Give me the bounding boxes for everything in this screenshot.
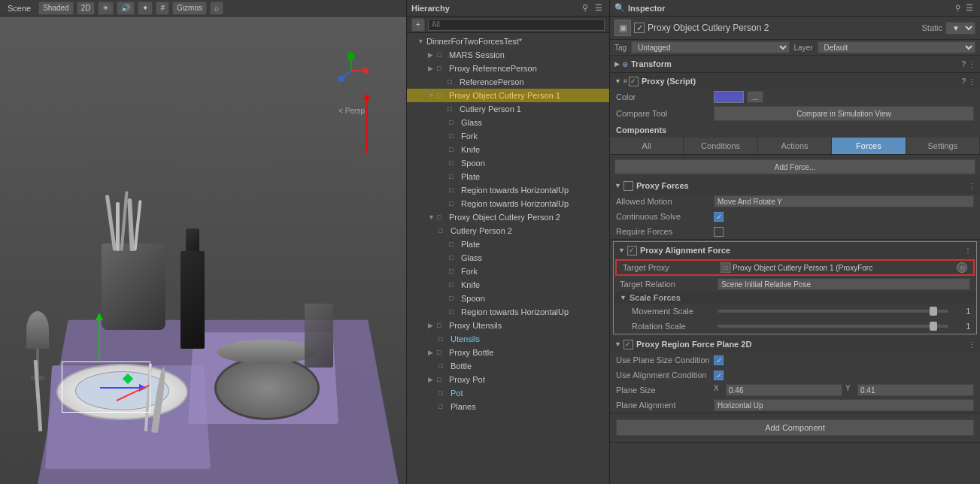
allowed-motion-dropdown[interactable]: Move And Rotate Y (714, 195, 974, 207)
use-plane-size-checkbox[interactable] (714, 355, 724, 365)
hierarchy-content[interactable]: ▼ DinnerForTwoForcesTest* ▶ □ MARS Sessi… (407, 33, 609, 484)
tab-forces[interactable]: Forces (832, 138, 906, 154)
transform-header[interactable]: ▶ ⊕ Transform ? ⋮ (610, 56, 980, 72)
proxy-cutlery-2-item[interactable]: ▼ □ Proxy Object Cutlery Person 2 (407, 210, 609, 224)
proxy-script-icons: ? ⋮ (961, 77, 975, 86)
proxy-script-enable-check[interactable]: ✓ (629, 77, 639, 86)
static-dropdown[interactable]: ▼ (945, 22, 975, 35)
scene-3d-background: Y X Z < Persp (0, 17, 406, 484)
target-relation-dropdown[interactable]: Scene Initial Relative Pose (718, 278, 970, 290)
dark-glass (305, 304, 333, 368)
list-item[interactable]: ▶ □ Proxy ReferencePerson (407, 62, 609, 75)
list-item[interactable]: □ Spoon (407, 292, 609, 305)
tab-settings[interactable]: Settings (906, 138, 980, 154)
color-swatch[interactable] (714, 91, 744, 103)
continuous-solve-value (714, 212, 974, 222)
list-item[interactable]: □ Fork (407, 265, 609, 278)
list-item[interactable]: ▶ □ Proxy Utensils (407, 319, 609, 332)
proxy-script-help-icon[interactable]: ? (961, 77, 966, 86)
list-item[interactable]: ▶ □ MARS Session (407, 48, 609, 62)
tag-dropdown[interactable]: Untagged (631, 41, 789, 53)
persp-label: < Persp (338, 107, 365, 115)
add-force-btn[interactable]: Add Force... (614, 159, 975, 174)
proxy-region-check[interactable]: ✓ (623, 340, 633, 349)
tab-actions[interactable]: Actions (758, 138, 832, 154)
list-item[interactable]: □ Cutlery Person 2 (407, 224, 609, 237)
fork1-icon: □ (449, 132, 460, 140)
layer-dropdown[interactable]: Default (818, 41, 975, 53)
proxy-target-select-btn[interactable]: ◎ (957, 262, 967, 273)
plane-size-x-input[interactable] (726, 384, 842, 396)
grid-btn[interactable]: # (156, 2, 169, 15)
require-forces-checkbox[interactable] (714, 227, 724, 237)
hierarchy-toolbar: + (407, 17, 609, 33)
hierarchy-add-btn[interactable]: + (411, 18, 425, 32)
2d-button[interactable]: 2D (77, 2, 96, 15)
proxy-forces-menu-icon[interactable]: ⋮ (968, 182, 975, 190)
list-item[interactable]: ▶ □ Proxy Pot (407, 373, 609, 386)
add-component-btn[interactable]: Add Component (616, 419, 974, 436)
list-item[interactable]: □ Region towards HorizontalUp (407, 183, 609, 197)
list-item[interactable]: □ Region towards HorizontalUp (407, 197, 609, 210)
list-item[interactable]: □ Plate (407, 237, 609, 251)
scene-toolbar: Scene Shaded 2D ☀ 🔊 ✦ # Gizmos ⌕ (0, 0, 406, 17)
proxy-script-settings-icon[interactable]: ⋮ (968, 77, 975, 86)
inspector-menu-icon[interactable]: ☰ (963, 2, 975, 14)
gizmos-btn[interactable]: Gizmos (172, 2, 207, 15)
proxy-cutlery-1-item[interactable]: ▼ □ Proxy Object Cutlery Person 1 (407, 89, 609, 102)
search-btn[interactable]: ⌕ (210, 2, 223, 15)
use-alignment-checkbox[interactable] (714, 371, 724, 380)
use-plane-size-label: Use Plane Size Condition (616, 355, 714, 365)
list-item[interactable]: □ Planes (407, 400, 609, 413)
active-checkbox[interactable]: ✓ (634, 23, 645, 33)
proxy-forces-header[interactable]: ▼ Proxy Forces ⋮ (610, 177, 980, 194)
proxy-align-menu-icon[interactable]: ⋮ (964, 247, 972, 255)
list-item[interactable]: ▶ □ ReferencePerson (407, 75, 609, 89)
list-item[interactable]: □ Fork (407, 129, 609, 143)
pot-object (214, 356, 320, 420)
hierarchy-root-item[interactable]: ▼ DinnerForTwoForcesTest* (407, 35, 609, 48)
utensils-in-cup (109, 191, 162, 251)
plane-size-y-input[interactable] (857, 384, 974, 396)
tab-all[interactable]: All (610, 138, 684, 154)
list-item[interactable]: □ Glass (407, 251, 609, 265)
list-item[interactable]: □ Spoon (407, 156, 609, 170)
list-item[interactable]: ▶ □ Cutlery Person 1 (407, 102, 609, 116)
proxy-region-header[interactable]: ▼ ✓ Proxy Region Force Plane 2D ⋮ (610, 336, 980, 352)
compare-simulation-btn[interactable]: Compare in Simulation View (714, 106, 974, 121)
hierarchy-search-input[interactable] (428, 19, 605, 31)
list-item[interactable]: □ Region towards HorizontalUp (407, 305, 609, 319)
transform-help-icon[interactable]: ? (961, 60, 966, 68)
knife1-icon: □ (449, 146, 460, 153)
list-item[interactable]: □ Knife (407, 278, 609, 292)
list-item[interactable]: □ Knife (407, 143, 609, 156)
add-component-section: Add Component (610, 413, 980, 442)
lighting-btn[interactable]: ☀ (98, 2, 114, 15)
list-item[interactable]: □ Glass (407, 116, 609, 129)
audio-btn[interactable]: 🔊 (117, 2, 135, 15)
tab-conditions[interactable]: Conditions (684, 138, 757, 154)
proxy-align-header[interactable]: ▼ ✓ Proxy Alignment Force ⋮ (614, 242, 976, 259)
color-dots-btn[interactable]: ... (747, 91, 763, 103)
list-item[interactable]: □ Pot (407, 386, 609, 400)
list-item[interactable]: □ Utensils (407, 332, 609, 346)
fx-btn[interactable]: ✦ (138, 2, 153, 15)
proxy-forces-check[interactable] (623, 181, 633, 191)
proxy-utensils-label: Proxy Utensils (449, 321, 502, 330)
shading-dropdown[interactable]: Shaded (38, 2, 73, 15)
tag-layer-row: Tag Untagged Layer Default (610, 40, 980, 56)
plane-alignment-dropdown[interactable]: Horizontal Up (714, 399, 974, 411)
inspector-lock-icon[interactable]: ⚲ (955, 4, 960, 12)
proxy-script-header[interactable]: ▼ # ✓ Proxy (Script) ? ⋮ (610, 73, 980, 89)
proxy-align-check[interactable]: ✓ (627, 246, 637, 256)
movement-scale-slider[interactable] (718, 310, 948, 313)
continuous-solve-checkbox[interactable] (714, 212, 724, 222)
rotation-scale-slider[interactable] (718, 325, 948, 328)
list-item[interactable]: ▶ □ Proxy Bottle (407, 346, 609, 359)
list-item[interactable]: □ Bottle (407, 359, 609, 373)
proxy-region-menu-icon[interactable]: ⋮ (968, 340, 975, 349)
hierarchy-lock-icon[interactable]: ⚲ (580, 2, 590, 14)
transform-settings-icon[interactable]: ⋮ (968, 60, 975, 68)
list-item[interactable]: □ Plate (407, 170, 609, 183)
hierarchy-menu-icon[interactable]: ☰ (593, 2, 605, 14)
